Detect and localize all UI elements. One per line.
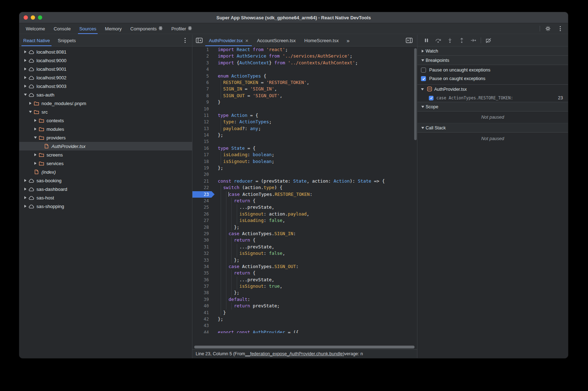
code-text[interactable]: return { — [215, 237, 255, 243]
code-text[interactable] — [215, 106, 221, 112]
pause-caught-checkbox[interactable] — [421, 76, 426, 81]
code-text[interactable]: payload?: any; — [215, 125, 261, 132]
line-number[interactable]: 33 — [192, 257, 215, 263]
horizontal-scrollbar-thumb[interactable] — [194, 346, 415, 348]
pause-on-uncaught-row[interactable]: Pause on uncaught exceptions — [417, 66, 568, 74]
code-text[interactable]: return { — [215, 270, 255, 276]
line-number[interactable]: 1 — [192, 46, 215, 53]
line-number[interactable]: 27 — [192, 217, 215, 224]
disclosure-collapsed-icon[interactable] — [420, 50, 426, 53]
code-text[interactable]: ...prevState, — [215, 244, 274, 250]
line-number[interactable]: 13 — [192, 125, 215, 132]
code-text[interactable]: isSignout: boolean; — [215, 158, 274, 165]
tab-memory[interactable]: Memory — [101, 23, 126, 34]
code-text[interactable]: enum ActionTypes { — [215, 73, 266, 79]
code-text[interactable] — [215, 66, 221, 73]
code-text[interactable]: type: ActionTypes; — [215, 119, 272, 125]
code-text[interactable]: SIGN_IN = 'SIGN_IN', — [215, 86, 277, 92]
tree-item-localhost-9003[interactable]: localhost:9003 — [19, 82, 192, 90]
tree-item-src[interactable]: src — [19, 108, 192, 116]
close-window-button[interactable] — [24, 15, 28, 20]
disclosure-collapsed-icon[interactable] — [23, 76, 28, 79]
line-number[interactable]: 31 — [192, 244, 215, 250]
line-number[interactable]: 19 — [192, 165, 215, 171]
line-number[interactable]: 38 — [192, 289, 215, 296]
code-text[interactable]: isSignout: false, — [215, 250, 285, 257]
code-text[interactable]: default: — [215, 296, 250, 303]
code-text[interactable] — [215, 171, 221, 178]
line-number[interactable]: 44 — [192, 329, 215, 333]
code-text[interactable]: type Action = { — [215, 112, 258, 119]
line-number[interactable]: 5 — [192, 73, 215, 79]
code-text[interactable]: }; — [215, 165, 223, 171]
line-number[interactable]: 9 — [192, 99, 215, 105]
code-text[interactable]: ...prevState, — [215, 277, 274, 283]
tab-welcome[interactable]: Welcome — [21, 23, 49, 34]
line-number[interactable]: 21 — [192, 178, 215, 184]
watch-section-header[interactable]: Watch — [417, 46, 568, 56]
tab-console[interactable]: Console — [49, 23, 75, 34]
disclosure-collapsed-icon[interactable] — [33, 128, 38, 130]
deactivate-breakpoints-icon[interactable] — [482, 35, 494, 46]
tree-item-sas-auth[interactable]: sas-auth — [19, 90, 192, 99]
tree-item-localhost-9000[interactable]: localhost:9000 — [19, 56, 192, 65]
code-text[interactable]: export const AuthProvider = ({ — [215, 329, 299, 333]
pause-script-icon[interactable] — [420, 35, 432, 46]
line-number[interactable]: 34 — [192, 263, 215, 270]
vertical-scrollbar-thumb[interactable] — [414, 48, 417, 140]
tree-item-services[interactable]: services — [19, 159, 192, 168]
code-text[interactable]: }; — [215, 289, 239, 296]
code-text[interactable]: case ActionTypes.SIGN_OUT: — [215, 263, 299, 270]
minimize-window-button[interactable] — [31, 15, 35, 20]
code-text[interactable]: } — [215, 310, 226, 316]
disclosure-expanded-icon[interactable] — [28, 111, 33, 113]
breakpoint-file-group[interactable]: AuthProvider.tsx — [417, 85, 568, 94]
line-number[interactable]: 11 — [192, 112, 215, 119]
breakpoint-entry[interactable]: case ActionTypes.RESTORE_TOKEN: 23 — [417, 94, 568, 102]
line-number[interactable]: 6 — [192, 79, 215, 86]
code-text[interactable]: }; — [215, 316, 223, 322]
tree-item-contexts[interactable]: contexts — [19, 116, 192, 125]
disclosure-collapsed-icon[interactable] — [33, 162, 38, 165]
breakpoint-checkbox[interactable] — [429, 96, 433, 100]
kebab-menu-icon[interactable] — [556, 24, 564, 33]
code-text[interactable]: SIGN_OUT = 'SIGN_OUT', — [215, 93, 283, 99]
disclosure-expanded-icon[interactable] — [420, 88, 425, 90]
disclosure-collapsed-icon[interactable] — [28, 102, 33, 105]
tree-item-localhost-9001[interactable]: localhost:9001 — [19, 65, 192, 73]
line-number[interactable]: 14 — [192, 132, 215, 138]
code-text[interactable]: return prevState; — [215, 303, 280, 309]
line-number[interactable]: 36 — [192, 277, 215, 283]
tab-snippets[interactable]: Snippets — [54, 35, 80, 46]
line-number[interactable]: 43 — [192, 322, 215, 329]
disclosure-collapsed-icon[interactable] — [23, 196, 28, 199]
breakpoints-section-header[interactable]: Breakpoints — [417, 56, 568, 65]
line-number[interactable]: 37 — [192, 283, 215, 289]
disclosure-collapsed-icon[interactable] — [33, 153, 38, 156]
code-text[interactable]: case ActionTypes.SIGN_IN: — [215, 231, 296, 237]
disclosure-collapsed-icon[interactable] — [23, 59, 28, 62]
tree-item-sas-booking[interactable]: sas-booking — [19, 176, 192, 185]
disclosure-collapsed-icon[interactable] — [23, 205, 28, 208]
line-number[interactable]: 17 — [192, 152, 215, 158]
editor-tab-authprovider[interactable]: AuthProvider.tsx × — [205, 35, 253, 46]
disclosure-collapsed-icon[interactable] — [23, 85, 28, 88]
tree-item-localhost-8081[interactable]: localhost:8081 — [19, 48, 192, 56]
disclosure-collapsed-icon[interactable] — [23, 50, 28, 53]
editor-tab-accountscreen[interactable]: AccountScreen.tsx — [253, 35, 300, 46]
code-text[interactable]: const reducer = (prevState: State, actio… — [215, 178, 385, 184]
tree-item-screens[interactable]: screens — [19, 150, 192, 159]
line-number[interactable]: 10 — [192, 106, 215, 112]
tree-item-providers[interactable]: providers — [19, 133, 192, 142]
line-number[interactable]: 20 — [192, 171, 215, 178]
line-number[interactable]: 40 — [192, 303, 215, 309]
step-icon[interactable] — [467, 35, 479, 46]
code-text[interactable]: switch (action.type) { — [215, 184, 283, 191]
tree-item-authprovider-tsx[interactable]: AuthProvider.tsx — [19, 142, 192, 150]
line-number[interactable]: 3 — [192, 60, 215, 66]
navigator-kebab-menu-icon[interactable] — [181, 36, 189, 45]
settings-gear-icon[interactable] — [544, 24, 552, 33]
code-text[interactable]: import AuthService from '../services/Aut… — [215, 53, 352, 59]
code-text[interactable]: ...prevState, — [215, 204, 274, 211]
code-editor[interactable]: 1import React from 'react';2import AuthS… — [192, 46, 417, 345]
